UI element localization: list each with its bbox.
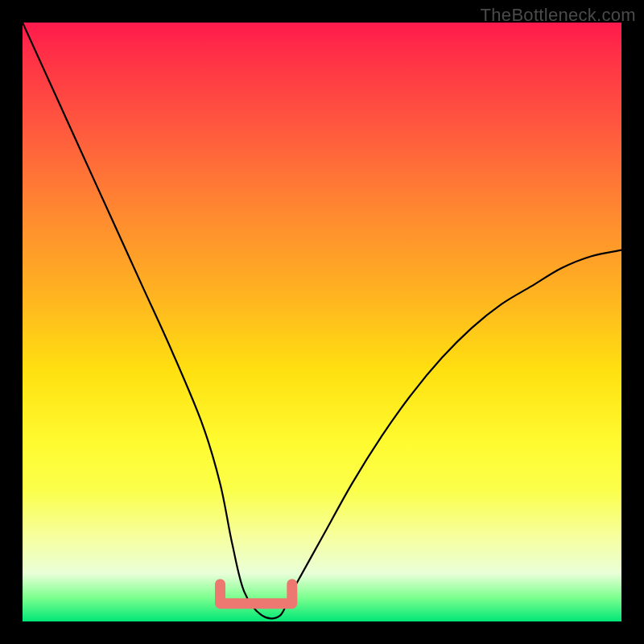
bottleneck-curve-path — [23, 23, 621, 618]
trough-marker-path — [221, 584, 292, 604]
watermark-text: TheBottleneck.com — [481, 5, 636, 26]
chart-frame: TheBottleneck.com — [0, 0, 644, 644]
plot-area — [23, 23, 621, 621]
curve-svg — [23, 23, 621, 621]
